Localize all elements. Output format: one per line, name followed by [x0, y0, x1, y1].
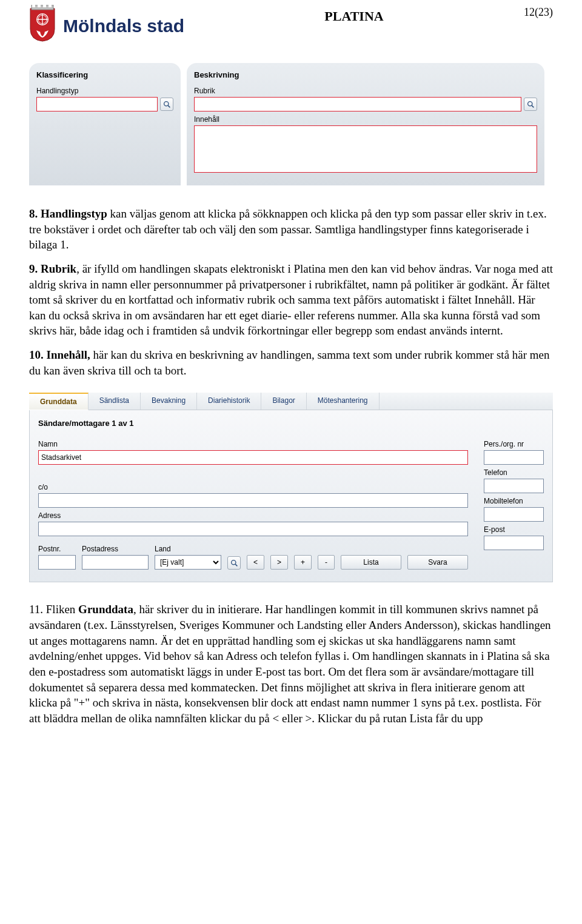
rubrik-search-button[interactable]: [524, 98, 537, 111]
para-10: 10. Innehåll, här kan du skriva en beskr…: [29, 347, 553, 378]
minus-button[interactable]: -: [318, 555, 335, 570]
epost-input[interactable]: [484, 536, 544, 550]
postadress-input[interactable]: [82, 555, 149, 570]
para-8-lead: 8. Handlingstyp: [29, 207, 107, 220]
land-label: Land: [155, 545, 221, 553]
para-10-lead: 10. Innehåll,: [29, 348, 90, 361]
namn-input[interactable]: [38, 450, 468, 465]
prev-button[interactable]: <: [247, 555, 264, 570]
svg-point-10: [527, 101, 532, 105]
crest-shield-icon: [29, 5, 56, 42]
svg-rect-1: [32, 5, 35, 7]
rubrik-input[interactable]: [194, 97, 521, 111]
tab-grunddata[interactable]: Grunddata: [29, 393, 89, 410]
para-10-rest: här kan du skriva en beskrivning av hand…: [29, 348, 550, 377]
svara-button[interactable]: Svara: [407, 555, 468, 570]
para-11-c: , här skriver du in initierare. Har hand…: [29, 603, 551, 724]
co-input[interactable]: [38, 493, 468, 508]
telefon-label: Telefon: [484, 468, 544, 477]
land-select[interactable]: [Ej valt]: [155, 555, 221, 570]
panel-beskrivning: Beskrivning Rubrik Innehåll: [187, 63, 544, 185]
para-11-b: Grunddata: [78, 603, 133, 616]
page-number: 12(23): [524, 5, 553, 19]
svg-line-11: [532, 105, 534, 107]
postnr-label: Postnr.: [38, 545, 76, 553]
postnr-input[interactable]: [38, 555, 76, 570]
para-9: 9. Rubrik, är ifylld om handlingen skapa…: [29, 261, 553, 339]
next-button[interactable]: >: [270, 555, 288, 570]
lista-button[interactable]: Lista: [341, 555, 401, 570]
svg-rect-2: [38, 5, 41, 7]
doc-title: PLATINA: [192, 5, 517, 24]
para-11: 11. Fliken Grunddata, här skriver du in …: [29, 602, 553, 726]
tab-bar: Grunddata Sändlista Bevakning Diariehist…: [29, 393, 553, 410]
persorg-input[interactable]: [484, 450, 544, 465]
plus-button[interactable]: +: [294, 555, 312, 570]
epost-label: E-post: [484, 525, 544, 534]
innehall-label: Innehåll: [194, 115, 537, 124]
para-9-lead: 9. Rubrik: [29, 262, 76, 275]
persorg-label: Pers./org. nr: [484, 440, 544, 448]
tab-sandlista[interactable]: Sändlista: [89, 393, 141, 410]
tab-moteshantering[interactable]: Möteshantering: [307, 393, 380, 410]
para-8-rest: kan väljas genom att klicka på sökknappe…: [29, 207, 547, 251]
handlingstyp-label: Handlingstyp: [36, 87, 173, 95]
logo-text: Mölndals stad: [63, 16, 184, 36]
svg-point-8: [164, 101, 168, 105]
handlingstyp-search-button[interactable]: [160, 98, 173, 111]
panel-beskrivning-title: Beskrivning: [194, 70, 537, 79]
adress-label: Adress: [38, 511, 468, 520]
tab-diariehistorik[interactable]: Diariehistorik: [197, 393, 261, 410]
panel-klassificering: Klassificering Handlingstyp: [29, 63, 181, 185]
co-label: c/o: [38, 483, 468, 491]
svg-line-9: [168, 105, 170, 107]
svg-point-12: [231, 560, 235, 565]
mobil-label: Mobiltelefon: [484, 497, 544, 505]
handlingstyp-input[interactable]: [36, 97, 158, 111]
land-search-button[interactable]: [227, 556, 241, 570]
namn-label: Namn: [38, 440, 468, 448]
tab-body-grunddata: Sändare/mottagare 1 av 1 Namn c/o Adress…: [29, 410, 553, 582]
sandare-section-title: Sändare/mottagare 1 av 1: [38, 419, 544, 428]
svg-rect-3: [43, 5, 46, 7]
mobil-input[interactable]: [484, 507, 544, 522]
tab-bevakning[interactable]: Bevakning: [141, 393, 197, 410]
innehall-textarea[interactable]: [194, 125, 537, 173]
magnifier-icon: [527, 101, 535, 108]
panel-klassificering-title: Klassificering: [36, 70, 173, 79]
para-11-a: 11. Fliken: [29, 603, 78, 616]
para-9-rest: , är ifylld om handlingen skapats elektr…: [29, 262, 553, 337]
adress-input[interactable]: [38, 522, 468, 536]
svg-rect-4: [48, 5, 52, 7]
magnifier-icon: [163, 101, 171, 108]
telefon-input[interactable]: [484, 479, 544, 493]
postadress-label: Postadress: [82, 545, 149, 553]
rubrik-label: Rubrik: [194, 87, 537, 95]
para-8: 8. Handlingstyp kan väljas genom att kli…: [29, 206, 553, 253]
tab-bilagor[interactable]: Bilagor: [261, 393, 306, 410]
magnifier-icon: [230, 559, 238, 567]
svg-line-13: [235, 564, 237, 566]
